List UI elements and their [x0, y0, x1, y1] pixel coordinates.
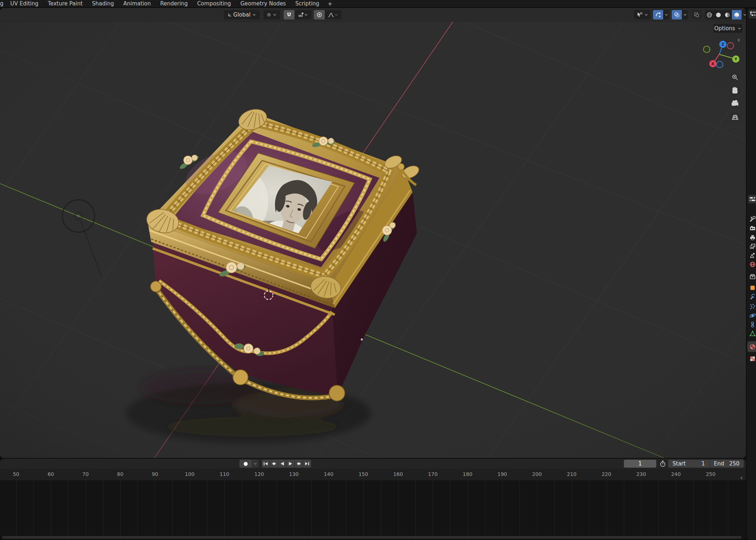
timeline-grid-line [172, 480, 173, 540]
falloff-dropdown[interactable] [325, 10, 341, 19]
prev-keyframe-icon [271, 461, 277, 467]
proportional-editing-toggle[interactable] [314, 10, 325, 19]
viewport-header: Global [0, 8, 746, 22]
workspace-tab-compositing[interactable]: Compositing [193, 0, 236, 7]
chevron-down-icon [664, 13, 669, 17]
tab-output[interactable] [748, 233, 756, 241]
visibility-dropdown[interactable] [634, 10, 651, 19]
tab-render[interactable] [748, 224, 756, 232]
timeline-grid-line [554, 480, 555, 540]
overlays-dropdown[interactable] [682, 10, 688, 19]
prev-keyframe-button[interactable] [270, 460, 278, 468]
tab-material[interactable] [748, 343, 756, 351]
workspace-tab-scripting[interactable]: Scripting [291, 0, 324, 7]
workspace-tab-geometry-nodes[interactable]: Geometry Nodes [236, 0, 291, 7]
workspace-tab-shading[interactable]: Shading [87, 0, 119, 7]
sidebar-collapse-arrow[interactable]: ‹ [737, 35, 740, 44]
tab-data[interactable] [748, 329, 756, 337]
tab-collection[interactable] [748, 273, 756, 280]
hand-icon [733, 87, 737, 94]
timeline-ruler[interactable]: 5060708090100110120130140150160170180190… [0, 469, 746, 480]
workspace-tab-animation[interactable]: Animation [119, 0, 156, 7]
workspace-tab-rendering[interactable]: Rendering [156, 0, 193, 7]
ruler-frame-label: 140 [318, 471, 339, 477]
tab-world[interactable] [748, 260, 756, 268]
ruler-frame-label: 70 [75, 471, 96, 477]
tab-texture[interactable] [748, 355, 756, 363]
frame-end-field[interactable]: End 250 [710, 460, 744, 468]
timeline-sidebar-arrow[interactable]: ‹ [740, 474, 743, 481]
properties-icon [749, 197, 756, 202]
tab-physics[interactable] [748, 311, 756, 319]
current-frame-field[interactable]: 1 [624, 460, 656, 468]
tab-particles[interactable] [748, 302, 756, 310]
timeline-grid-line [624, 480, 624, 540]
shading-dropdown[interactable] [742, 10, 746, 19]
shading-solid-button[interactable] [714, 10, 723, 19]
gizmo-y-label: Y [734, 57, 738, 62]
transform-orientation-dropdown[interactable]: Global [224, 10, 260, 19]
timeline-grid-line [103, 480, 103, 540]
gizmo-minus-z[interactable] [716, 61, 723, 68]
timeline-editor[interactable]: 1 Start 1 End 250 5060708090100110120130… [0, 459, 746, 540]
3d-viewport[interactable]: Global [0, 8, 746, 458]
tab-constraints[interactable] [748, 320, 756, 328]
ruler-frame-label: 100 [179, 471, 201, 477]
outliner-editor-type-button[interactable] [749, 10, 756, 18]
next-keyframe-button[interactable] [295, 460, 303, 468]
frame-start-field[interactable]: Start 1 [668, 460, 709, 468]
timeline-grid-line [641, 480, 642, 540]
tab-modifiers[interactable] [748, 293, 756, 301]
play-button[interactable] [287, 460, 294, 468]
add-workspace-button[interactable]: + [324, 0, 336, 7]
jump-end-button[interactable] [303, 460, 311, 468]
material-preview-icon [724, 12, 730, 18]
gizmo-dropdown[interactable] [663, 10, 669, 19]
pivot-point-dropdown[interactable] [264, 10, 280, 19]
snap-toggle-button[interactable] [284, 10, 294, 19]
workspace-tab-texture-paint[interactable]: Texture Paint [43, 0, 87, 7]
timeline-grid-line [658, 480, 659, 540]
tab-scene[interactable] [748, 251, 756, 259]
shading-mode-group [705, 10, 746, 19]
shading-wireframe-button[interactable] [705, 10, 714, 19]
chevron-down-icon [334, 13, 338, 17]
timeline-scrollbar[interactable] [2, 536, 742, 539]
timeline-grid-line [68, 480, 68, 540]
chevron-down-icon [683, 13, 687, 17]
workspace-tab-uv-editing[interactable]: UV Editing [6, 0, 43, 7]
axis-orbit-gizmo[interactable]: Z Y X [703, 41, 739, 68]
shading-rendered-button[interactable] [732, 10, 742, 19]
zoom-button[interactable] [730, 72, 740, 82]
jump-start-button[interactable] [262, 460, 270, 468]
workspace-tab-partial[interactable]: g [0, 0, 6, 7]
tab-tool[interactable] [748, 215, 756, 223]
auto-keying-button[interactable] [239, 460, 252, 468]
stopwatch-icon [659, 460, 666, 467]
auto-key-dropdown[interactable] [252, 460, 259, 468]
gizmo-minus-x[interactable] [727, 42, 734, 49]
right-editor-column [747, 8, 756, 540]
chevron-down-icon [273, 13, 277, 17]
printer-icon [749, 234, 756, 241]
viewport-canvas[interactable] [0, 8, 746, 458]
timeline-tracks[interactable] [0, 480, 746, 540]
properties-editor-type-button[interactable] [748, 195, 756, 203]
show-gizmo-toggle[interactable] [653, 10, 663, 19]
ruler-frame-label: 230 [630, 471, 652, 477]
show-overlays-toggle[interactable] [672, 10, 682, 19]
timeline-grid-line [346, 480, 346, 540]
constraint-icon [749, 321, 756, 328]
workspace-tabs-bar: g UV EditingTexture PaintShadingAnimatio… [0, 0, 756, 7]
orientation-icon [228, 13, 232, 17]
snap-to-dropdown[interactable] [294, 10, 311, 19]
chevron-down-icon [304, 13, 308, 17]
record-icon [243, 462, 248, 466]
tab-object[interactable] [748, 284, 756, 292]
play-reverse-button[interactable] [278, 460, 286, 468]
xray-toggle[interactable] [692, 10, 702, 19]
shading-material-preview-button[interactable] [723, 10, 732, 19]
ruler-frame-label: 160 [387, 471, 409, 477]
tab-view-layer[interactable] [748, 242, 756, 250]
gizmo-minus-y[interactable] [703, 46, 710, 53]
